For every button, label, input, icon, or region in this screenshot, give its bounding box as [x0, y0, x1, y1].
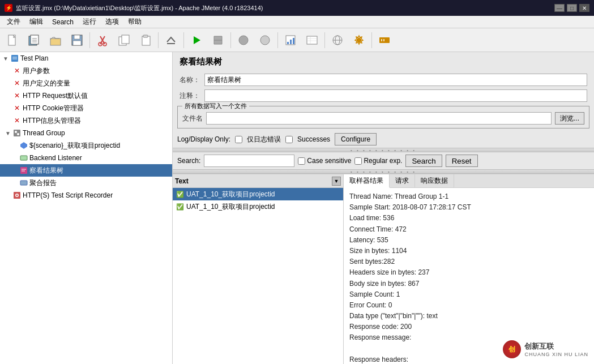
toolbar-remote-button[interactable]	[327, 31, 348, 50]
svg-rect-42	[14, 130, 20, 136]
svg-rect-50	[20, 181, 27, 185]
text-list-panel: Text ▼ ✅ UAT_1_10_获取项目projectid ✅ UAT_1_…	[173, 174, 344, 364]
log-display-label: Log/Display Only:	[177, 135, 230, 143]
toolbar-copy-button[interactable]	[114, 31, 134, 50]
toolbar-save-button[interactable]	[67, 31, 87, 50]
user-params-icon: ✕	[12, 66, 22, 75]
comment-input[interactable]	[204, 89, 587, 102]
divider-handle-top[interactable]: • • • • • • • • • • •	[173, 148, 594, 152]
tree-item-http-recorder[interactable]: HTTP(S) Test Script Recorder	[0, 189, 172, 202]
toolbar-extra-button[interactable]	[374, 31, 395, 50]
toolbar-circle1-button[interactable]	[233, 31, 254, 50]
file-section: 所有数据写入一个文件 文件名 浏览...	[177, 106, 589, 129]
divider-handle-bottom[interactable]: • • • • • • • • • • •	[173, 169, 594, 174]
tree-item-http-header[interactable]: ✕ HTTP信息头管理器	[0, 114, 172, 127]
toolbar-cut-button[interactable]	[92, 31, 113, 50]
tree-toggle-test-plan[interactable]: ▼	[2, 55, 9, 62]
result-line-7: Sent bytes:282	[349, 256, 588, 267]
settings-icon	[353, 34, 365, 46]
toolbar-stop-button[interactable]	[208, 31, 228, 50]
list-item-2[interactable]: ✅ UAT_1_10_获取项目projectid	[173, 200, 343, 213]
http-defaults-icon: ✕	[12, 91, 22, 100]
tree-item-scenario[interactable]: ${scenario}_获取项目projectid	[0, 139, 172, 152]
browse-button[interactable]: 浏览...	[555, 112, 584, 125]
circle1-icon	[237, 34, 250, 46]
list-item-label-2: UAT_1_10_获取项目projectid	[186, 202, 275, 212]
filename-input[interactable]	[206, 112, 552, 125]
search-input[interactable]	[204, 155, 294, 167]
menu-help[interactable]: 帮助	[123, 16, 146, 28]
tree-item-user-vars[interactable]: ✕ 用户定义的变量	[0, 77, 172, 89]
menu-file[interactable]: 文件	[2, 16, 25, 28]
name-input[interactable]	[204, 74, 587, 86]
scenario-icon	[19, 141, 28, 150]
toolbar-aggregate-button[interactable]	[302, 31, 322, 50]
toolbar-report-button[interactable]	[280, 31, 301, 50]
menu-run[interactable]: 运行	[78, 16, 101, 28]
menu-edit[interactable]: 编辑	[25, 16, 48, 28]
result-line-2: Sample Start: 2018-08-07 17:28:17 CST	[349, 202, 588, 213]
menu-search[interactable]: Search	[48, 17, 78, 27]
close-button[interactable]: ✕	[579, 4, 589, 12]
result-line-10: Sample Count: 1	[349, 289, 588, 300]
tree-label-http-defaults: HTTP Request默认值	[23, 91, 170, 101]
result-line-3: Load time: 536	[349, 213, 588, 224]
configure-button[interactable]: Configure	[335, 133, 377, 145]
svg-rect-8	[74, 35, 80, 39]
tree-item-backend-listener[interactable]: Backend Listener	[0, 152, 172, 164]
list-item-icon-2: ✅	[176, 203, 184, 211]
toolbar-separator-3	[183, 32, 184, 48]
regular-exp-checkbox[interactable]	[354, 157, 362, 165]
toolbar-separator-1	[89, 32, 90, 48]
tree-item-http-cookie[interactable]: ✕ HTTP Cookie管理器	[0, 102, 172, 114]
toolbar-expand-button[interactable]	[161, 31, 181, 50]
tree-label-user-vars: 用户定义的变量	[23, 79, 170, 88]
reset-button[interactable]: Reset	[446, 155, 478, 167]
case-sensitive-checkbox[interactable]	[298, 157, 305, 165]
maximize-button[interactable]: □	[567, 4, 577, 12]
list-item-1[interactable]: ✅ UAT_1_10_获取项目projectid	[173, 188, 343, 200]
menu-bar: 文件 编辑 Search 运行 选项 帮助	[0, 16, 594, 28]
result-line-6: Size in bytes: 1104	[349, 246, 588, 256]
toolbar-separator-7	[371, 32, 372, 48]
watermark-logo-text: 创	[508, 345, 515, 354]
log-errors-checkbox[interactable]	[235, 136, 242, 143]
window-controls[interactable]: — □ ✕	[554, 4, 589, 12]
tree-item-aggregate-report[interactable]: 聚合报告	[0, 177, 172, 189]
svg-point-35	[357, 38, 361, 42]
watermark: 创 创新互联 CHUANG XIN HU LIAN	[503, 340, 588, 358]
toolbar-new-button[interactable]	[2, 31, 23, 50]
text-dropdown-button[interactable]: ▼	[332, 177, 341, 186]
window-title: 监听设置.jmx (D:\MyData\xietian1\Desktop\监听设…	[16, 4, 263, 12]
tree-toggle-thread-group[interactable]: ▼	[5, 130, 11, 136]
toolbar-separator-2	[158, 32, 159, 48]
toolbar-paste-button[interactable]	[135, 31, 156, 50]
result-line-13: Response code: 200	[349, 322, 588, 332]
result-line-4: Connect Time: 472	[349, 224, 588, 235]
tree-item-http-defaults[interactable]: ✕ HTTP Request默认值	[0, 89, 172, 102]
filename-label: 文件名	[182, 114, 203, 123]
toolbar-run-button[interactable]	[186, 31, 207, 50]
templates-icon	[28, 34, 40, 46]
file-section-title: 所有数据写入一个文件	[182, 102, 249, 110]
name-label: 名称：	[180, 75, 200, 85]
tab-request[interactable]: 请求	[390, 174, 415, 187]
tab-response-data[interactable]: 响应数据	[415, 174, 454, 187]
tree-item-thread-group[interactable]: ▼ Thread Group	[0, 127, 172, 139]
result-line-8: Headers size in bytes: 237	[349, 267, 588, 278]
search-button[interactable]: Search	[405, 155, 442, 167]
tree-label-aggregate-report: 聚合报告	[29, 178, 170, 188]
toolbar-templates-button[interactable]	[24, 31, 44, 50]
toolbar-circle2-button[interactable]	[255, 31, 275, 50]
tree-item-user-params[interactable]: ✕ 用户参数	[0, 65, 172, 77]
toolbar-open-button[interactable]	[45, 31, 66, 50]
tree-item-result-tree[interactable]: 察看结果树	[0, 164, 172, 177]
result-line-9: Body size in bytes: 867	[349, 279, 588, 289]
tree-item-test-plan[interactable]: ▼ Test Plan	[0, 52, 172, 65]
new-icon	[6, 34, 19, 46]
successes-checkbox[interactable]	[285, 136, 293, 143]
minimize-button[interactable]: —	[554, 4, 565, 12]
toolbar-settings-button[interactable]	[349, 31, 369, 50]
tab-sampler-result[interactable]: 取样器结果	[344, 174, 390, 188]
menu-options[interactable]: 选项	[101, 16, 123, 28]
